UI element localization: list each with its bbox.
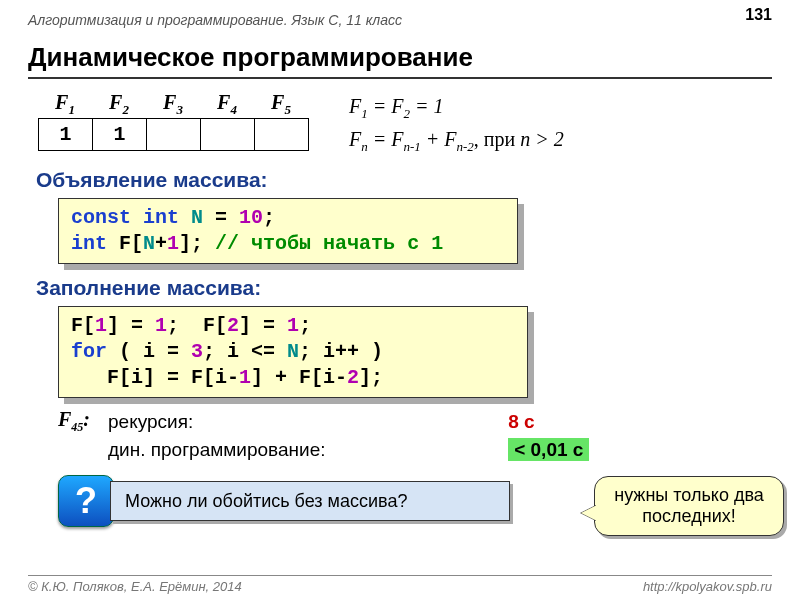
code-block-2: F[1] = 1; F[2] = 1; for ( i = 3; i <= N;… <box>58 306 528 398</box>
section-array-fill: Заполнение массива: <box>36 276 772 300</box>
page-number: 131 <box>745 6 772 24</box>
section-array-decl: Объявление массива: <box>36 168 772 192</box>
breadcrumb: Алгоритмизация и программирование. Язык … <box>28 12 772 28</box>
question-icon: ? <box>58 475 114 527</box>
footer-url: http://kpolyakov.spb.ru <box>643 579 772 594</box>
page-title: Динамическое программирование <box>28 42 772 79</box>
copyright: © К.Ю. Поляков, Е.А. Ерёмин, 2014 <box>28 579 242 594</box>
timing-comparison: F45: рекурсия: 8 с дин. программирование… <box>58 408 772 461</box>
fib-table: F1F2F3F4F5 11 <box>38 91 309 151</box>
callout-bubble: нужны только два последних! <box>594 476 784 536</box>
code-block-1: const int N = 10; int F[N+1]; // чтобы н… <box>58 198 518 264</box>
question-box: Можно ли обойтись без массива? <box>110 481 510 521</box>
formula-block: F1 = F2 = 1 Fn = Fn-1 + Fn-2, при n > 2 <box>349 91 564 156</box>
